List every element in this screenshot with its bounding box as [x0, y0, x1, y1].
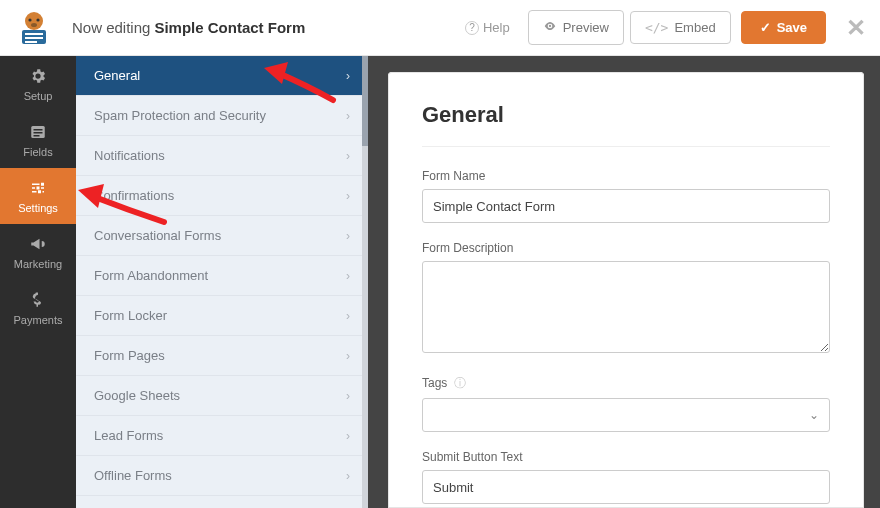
- sidebar-item-form-pages[interactable]: Form Pages›: [76, 336, 368, 376]
- sidebar-item-label: Form Pages: [94, 348, 165, 363]
- title-prefix: Now editing: [72, 19, 150, 36]
- sliders-icon: [29, 179, 47, 199]
- sidebar-item-label: General: [94, 68, 140, 83]
- chevron-right-icon: ›: [346, 69, 350, 83]
- check-icon: ✓: [760, 20, 771, 35]
- rail-label: Marketing: [14, 258, 62, 270]
- submit-text-input[interactable]: [422, 470, 830, 504]
- brand-logo: [14, 8, 54, 48]
- settings-panel: General Form Name Form Description Tags …: [388, 72, 864, 508]
- form-name-input[interactable]: [422, 189, 830, 223]
- sidebar-item-confirmations[interactable]: Confirmations›: [76, 176, 368, 216]
- sidebar-item-form-abandonment[interactable]: Form Abandonment›: [76, 256, 368, 296]
- rail-item-settings[interactable]: Settings: [0, 168, 76, 224]
- chevron-right-icon: ›: [346, 389, 350, 403]
- chevron-right-icon: ›: [346, 429, 350, 443]
- sidebar-item-label: Notifications: [94, 148, 165, 163]
- svg-rect-7: [25, 41, 37, 43]
- dollar-icon: [29, 291, 47, 311]
- sidebar-item-label: Confirmations: [94, 188, 174, 203]
- rail-label: Payments: [14, 314, 63, 326]
- rail-label: Settings: [18, 202, 58, 214]
- code-icon: </>: [645, 20, 668, 35]
- form-title: Simple Contact Form: [154, 19, 305, 36]
- svg-rect-10: [34, 129, 43, 131]
- sidebar-item-label: Conversational Forms: [94, 228, 221, 243]
- svg-point-1: [28, 18, 31, 21]
- list-icon: [29, 123, 47, 143]
- sidebar-item-label: Google Sheets: [94, 388, 180, 403]
- sidebar-item-notifications[interactable]: Notifications›: [76, 136, 368, 176]
- svg-point-0: [25, 12, 43, 30]
- bullhorn-icon: [29, 235, 47, 255]
- svg-rect-6: [25, 37, 43, 39]
- rail-item-payments[interactable]: Payments: [0, 280, 76, 336]
- chevron-down-icon: ⌄: [809, 408, 819, 422]
- svg-rect-12: [34, 135, 40, 137]
- rail-label: Setup: [24, 90, 53, 102]
- save-button[interactable]: ✓ Save: [741, 11, 826, 44]
- preview-button[interactable]: Preview: [528, 10, 624, 45]
- sidebar-item-conversational-forms[interactable]: Conversational Forms›: [76, 216, 368, 256]
- tags-select[interactable]: ⌄: [422, 398, 830, 432]
- chevron-right-icon: ›: [346, 269, 350, 283]
- submit-text-label: Submit Button Text: [422, 450, 830, 464]
- form-description-label: Form Description: [422, 241, 830, 255]
- left-rail: SetupFieldsSettingsMarketingPayments: [0, 56, 76, 508]
- main-area: General Form Name Form Description Tags …: [372, 56, 880, 508]
- form-name-label: Form Name: [422, 169, 830, 183]
- chevron-right-icon: ›: [346, 469, 350, 483]
- tags-label: Tags ⓘ: [422, 375, 830, 392]
- eye-icon: [543, 19, 557, 36]
- help-icon[interactable]: ⓘ: [454, 376, 466, 390]
- sidebar-item-label: Form Locker: [94, 308, 167, 323]
- topbar: Now editing Simple Contact Form ? Help P…: [0, 0, 880, 56]
- sidebar-item-general[interactable]: General›: [76, 56, 368, 96]
- rail-item-setup[interactable]: Setup: [0, 56, 76, 112]
- embed-button[interactable]: </> Embed: [630, 11, 731, 44]
- sidebar-item-google-sheets[interactable]: Google Sheets›: [76, 376, 368, 416]
- svg-rect-5: [25, 33, 43, 35]
- sidebar-item-label: Lead Forms: [94, 428, 163, 443]
- rail-item-fields[interactable]: Fields: [0, 112, 76, 168]
- sidebar-item-form-locker[interactable]: Form Locker›: [76, 296, 368, 336]
- svg-rect-11: [34, 132, 43, 134]
- sidebar-item-label: Offline Forms: [94, 468, 172, 483]
- chevron-right-icon: ›: [346, 349, 350, 363]
- scrollbar-thumb[interactable]: [362, 56, 368, 146]
- chevron-right-icon: ›: [346, 149, 350, 163]
- svg-point-3: [31, 23, 37, 27]
- sidebar-item-spam-protection-and-security[interactable]: Spam Protection and Security›: [76, 96, 368, 136]
- close-icon[interactable]: ✕: [846, 14, 866, 42]
- sidebar-item-label: Spam Protection and Security: [94, 108, 266, 123]
- chevron-right-icon: ›: [346, 189, 350, 203]
- sidebar-item-offline-forms[interactable]: Offline Forms›: [76, 456, 368, 496]
- form-description-input[interactable]: [422, 261, 830, 353]
- svg-point-2: [36, 18, 39, 21]
- rail-item-marketing[interactable]: Marketing: [0, 224, 76, 280]
- help-icon: ?: [465, 21, 479, 35]
- sidebar-item-label: Form Abandonment: [94, 268, 208, 283]
- gear-icon: [29, 67, 47, 87]
- sidebar-item-lead-forms[interactable]: Lead Forms›: [76, 416, 368, 456]
- chevron-right-icon: ›: [346, 229, 350, 243]
- chevron-right-icon: ›: [346, 309, 350, 323]
- settings-sidebar: General›Spam Protection and Security›Not…: [76, 56, 372, 508]
- rail-label: Fields: [23, 146, 52, 158]
- help-link[interactable]: ? Help: [465, 20, 510, 35]
- svg-point-8: [549, 25, 551, 27]
- chevron-right-icon: ›: [346, 109, 350, 123]
- panel-heading: General: [422, 102, 830, 147]
